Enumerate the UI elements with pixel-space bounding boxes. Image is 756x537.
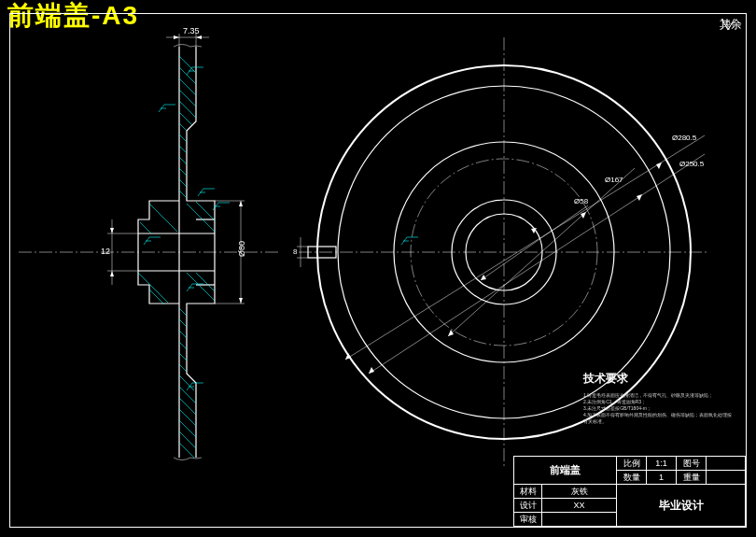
tech-req-header: 技术要求	[583, 371, 733, 387]
tb-scale-lbl: 比例	[617, 457, 647, 471]
svg-text:Ø58: Ø58	[574, 197, 589, 205]
svg-line-79	[369, 154, 705, 374]
svg-line-15	[179, 157, 187, 164]
tb-check-val	[542, 513, 617, 527]
section-view: 7.35 12 Ø80	[19, 26, 280, 460]
svg-marker-43	[174, 35, 179, 39]
svg-line-28	[179, 319, 187, 327]
tb-mass-lbl: 重量	[677, 471, 707, 485]
tb-qty-lbl: 数量	[617, 471, 647, 485]
svg-text:Ø280.5: Ø280.5	[672, 134, 697, 142]
svg-line-22	[196, 202, 215, 220]
svg-line-7	[179, 67, 196, 84]
svg-line-26	[196, 273, 215, 291]
svg-line-25	[187, 273, 215, 301]
svg-line-39	[179, 443, 194, 458]
svg-text:12: 12	[101, 247, 110, 256]
svg-line-38	[179, 431, 196, 448]
dim-d280: Ø280.5	[345, 134, 705, 360]
svg-text:Ø80: Ø80	[237, 241, 246, 257]
svg-line-14	[179, 146, 187, 153]
svg-line-31	[179, 353, 187, 360]
title-block: 前端盖 比例 1:1 图号 数量 1 重量 材料 灰铁 毕业设计 设计 XX 审…	[513, 456, 746, 527]
svg-line-30	[179, 342, 187, 349]
svg-line-6	[179, 56, 196, 73]
svg-line-29	[179, 331, 187, 338]
tb-check-lbl: 审核	[514, 513, 542, 527]
tb-mass-val	[707, 471, 746, 485]
svg-line-16	[179, 168, 187, 176]
svg-line-32	[179, 364, 187, 372]
svg-line-21	[187, 204, 215, 232]
svg-line-13	[179, 134, 187, 142]
tb-scale-val: 1:1	[647, 457, 677, 471]
roughness-mark-front	[401, 237, 418, 245]
tb-qty-val: 1	[647, 471, 677, 485]
tb-design-lbl: 设计	[514, 499, 542, 513]
svg-line-10	[179, 101, 196, 118]
svg-line-12	[179, 123, 187, 131]
svg-text:Ø167: Ø167	[605, 176, 623, 184]
dim-d250: Ø250.5	[369, 154, 705, 374]
svg-marker-72	[481, 275, 486, 280]
svg-line-8	[179, 78, 196, 95]
svg-line-37	[179, 420, 196, 437]
svg-line-33	[179, 375, 194, 390]
tb-design-val: XX	[542, 499, 617, 513]
svg-marker-77	[581, 212, 586, 219]
svg-text:Ø250.5: Ø250.5	[679, 160, 705, 168]
svg-line-20	[140, 222, 151, 233]
tb-part-name: 前端盖	[514, 457, 617, 485]
svg-line-27	[179, 308, 187, 316]
tb-material-lbl: 材料	[514, 485, 542, 499]
tb-material-val: 灰铁	[542, 485, 617, 499]
svg-text:8: 8	[293, 247, 298, 256]
svg-line-36	[179, 409, 196, 426]
svg-marker-55	[239, 201, 243, 206]
svg-line-18	[179, 191, 187, 198]
svg-line-71	[481, 205, 588, 280]
tb-sheet-val	[707, 457, 746, 471]
svg-line-23	[138, 273, 168, 303]
svg-marker-76	[448, 330, 454, 336]
svg-marker-85	[656, 163, 662, 169]
svg-line-9	[179, 90, 196, 106]
dim-thickness-735: 7.35	[166, 26, 209, 47]
technical-requirements: 技术要求 1.铸造毛坯表面应光滑清洁，不得有气孔、砂眼及夹渣等缺陷； 2.未注倒…	[583, 371, 733, 425]
svg-line-11	[179, 112, 192, 125]
svg-marker-49	[110, 228, 114, 233]
tb-project: 毕业设计	[617, 485, 746, 527]
svg-text:7.35: 7.35	[183, 26, 200, 35]
svg-line-17	[179, 179, 187, 187]
svg-line-83	[345, 135, 705, 360]
svg-marker-50	[110, 271, 114, 276]
svg-marker-56	[239, 298, 243, 304]
svg-marker-44	[196, 35, 202, 39]
svg-line-19	[149, 204, 177, 232]
svg-marker-81	[637, 194, 642, 201]
svg-line-35	[179, 398, 196, 415]
tb-sheet-lbl: 图号	[677, 457, 707, 471]
tech-req-body: 1.铸造毛坯表面应光滑清洁，不得有气孔、砂眼及夹渣等缺陷； 2.未注倒角C1，铸…	[583, 392, 733, 425]
section-hatch	[138, 56, 215, 458]
